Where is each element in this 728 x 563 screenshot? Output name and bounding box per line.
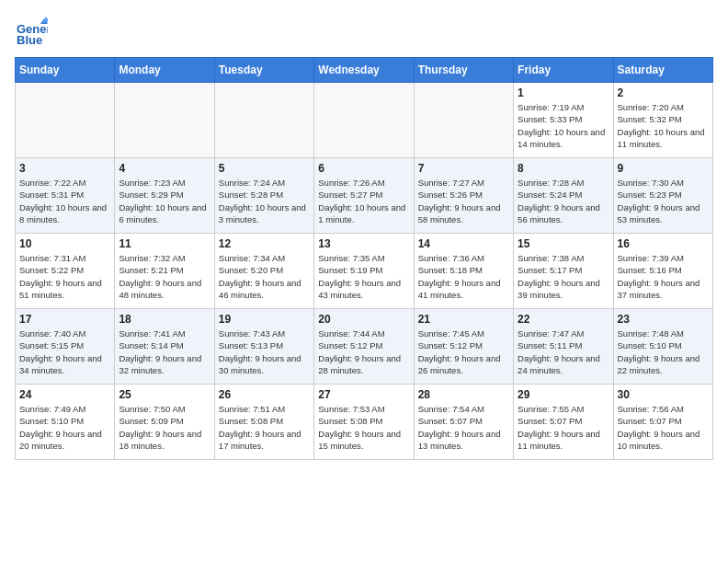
weekday-header-tuesday: Tuesday xyxy=(214,58,313,83)
day-number: 9 xyxy=(618,162,709,175)
calendar-cell: 29Sunrise: 7:55 AM Sunset: 5:07 PM Dayli… xyxy=(514,385,613,460)
day-number: 25 xyxy=(119,388,210,401)
calendar-cell: 17Sunrise: 7:40 AM Sunset: 5:15 PM Dayli… xyxy=(16,309,115,385)
day-info: Sunrise: 7:53 AM Sunset: 5:08 PM Dayligh… xyxy=(318,403,409,452)
calendar-body: 1Sunrise: 7:19 AM Sunset: 5:33 PM Daylig… xyxy=(16,83,713,460)
weekday-header-saturday: Saturday xyxy=(613,58,712,83)
day-info: Sunrise: 7:50 AM Sunset: 5:09 PM Dayligh… xyxy=(119,403,210,452)
calendar-week-row: 24Sunrise: 7:49 AM Sunset: 5:10 PM Dayli… xyxy=(16,385,713,460)
calendar-cell: 25Sunrise: 7:50 AM Sunset: 5:09 PM Dayli… xyxy=(115,385,214,460)
calendar-cell xyxy=(16,83,115,158)
calendar-cell: 11Sunrise: 7:32 AM Sunset: 5:21 PM Dayli… xyxy=(115,234,214,309)
day-info: Sunrise: 7:45 AM Sunset: 5:12 PM Dayligh… xyxy=(418,327,509,376)
day-info: Sunrise: 7:30 AM Sunset: 5:23 PM Dayligh… xyxy=(618,177,709,225)
calendar-header-row: SundayMondayTuesdayWednesdayThursdayFrid… xyxy=(16,58,713,83)
day-number: 30 xyxy=(618,388,709,401)
day-info: Sunrise: 7:54 AM Sunset: 5:07 PM Dayligh… xyxy=(418,403,509,452)
calendar-cell: 8Sunrise: 7:28 AM Sunset: 5:24 PM Daylig… xyxy=(514,158,613,234)
day-info: Sunrise: 7:20 AM Sunset: 5:32 PM Dayligh… xyxy=(618,101,709,150)
calendar-cell: 6Sunrise: 7:26 AM Sunset: 5:27 PM Daylig… xyxy=(314,158,414,234)
day-number: 17 xyxy=(19,313,110,326)
logo: General Blue xyxy=(15,15,51,48)
calendar-table: SundayMondayTuesdayWednesdayThursdayFrid… xyxy=(15,57,713,460)
day-info: Sunrise: 7:56 AM Sunset: 5:07 PM Dayligh… xyxy=(618,403,709,452)
calendar-cell: 21Sunrise: 7:45 AM Sunset: 5:12 PM Dayli… xyxy=(414,309,513,385)
weekday-header-monday: Monday xyxy=(115,58,214,83)
calendar-cell xyxy=(214,83,313,158)
calendar-cell: 12Sunrise: 7:34 AM Sunset: 5:20 PM Dayli… xyxy=(214,234,313,309)
calendar-cell xyxy=(115,83,214,158)
day-info: Sunrise: 7:31 AM Sunset: 5:22 PM Dayligh… xyxy=(19,252,110,301)
calendar-cell: 2Sunrise: 7:20 AM Sunset: 5:32 PM Daylig… xyxy=(613,83,712,158)
svg-text:Blue: Blue xyxy=(17,33,42,47)
calendar-cell: 13Sunrise: 7:35 AM Sunset: 5:19 PM Dayli… xyxy=(314,234,414,309)
calendar-week-row: 10Sunrise: 7:31 AM Sunset: 5:22 PM Dayli… xyxy=(16,234,713,309)
day-number: 16 xyxy=(618,237,709,250)
day-number: 15 xyxy=(518,237,609,250)
day-info: Sunrise: 7:55 AM Sunset: 5:07 PM Dayligh… xyxy=(518,403,609,452)
calendar-week-row: 1Sunrise: 7:19 AM Sunset: 5:33 PM Daylig… xyxy=(16,83,713,158)
day-number: 19 xyxy=(219,313,310,326)
day-info: Sunrise: 7:40 AM Sunset: 5:15 PM Dayligh… xyxy=(19,327,110,376)
day-info: Sunrise: 7:32 AM Sunset: 5:21 PM Dayligh… xyxy=(119,252,210,301)
calendar-cell xyxy=(314,83,414,158)
day-number: 2 xyxy=(618,86,709,99)
calendar-cell: 1Sunrise: 7:19 AM Sunset: 5:33 PM Daylig… xyxy=(514,83,613,158)
day-info: Sunrise: 7:39 AM Sunset: 5:16 PM Dayligh… xyxy=(618,252,709,301)
day-info: Sunrise: 7:28 AM Sunset: 5:24 PM Dayligh… xyxy=(518,177,609,225)
calendar-cell: 7Sunrise: 7:27 AM Sunset: 5:26 PM Daylig… xyxy=(414,158,513,234)
calendar-cell: 30Sunrise: 7:56 AM Sunset: 5:07 PM Dayli… xyxy=(613,385,712,460)
calendar-week-row: 17Sunrise: 7:40 AM Sunset: 5:15 PM Dayli… xyxy=(16,309,713,385)
day-number: 1 xyxy=(518,86,609,99)
day-info: Sunrise: 7:19 AM Sunset: 5:33 PM Dayligh… xyxy=(518,101,609,150)
day-info: Sunrise: 7:24 AM Sunset: 5:28 PM Dayligh… xyxy=(219,177,310,225)
calendar-cell: 20Sunrise: 7:44 AM Sunset: 5:12 PM Dayli… xyxy=(314,309,414,385)
day-number: 18 xyxy=(119,313,210,326)
day-info: Sunrise: 7:23 AM Sunset: 5:29 PM Dayligh… xyxy=(119,177,210,225)
day-info: Sunrise: 7:43 AM Sunset: 5:13 PM Dayligh… xyxy=(219,327,310,376)
day-info: Sunrise: 7:22 AM Sunset: 5:31 PM Dayligh… xyxy=(19,177,110,225)
calendar-cell: 4Sunrise: 7:23 AM Sunset: 5:29 PM Daylig… xyxy=(115,158,214,234)
weekday-header-friday: Friday xyxy=(514,58,613,83)
day-number: 6 xyxy=(318,162,409,175)
calendar-cell: 14Sunrise: 7:36 AM Sunset: 5:18 PM Dayli… xyxy=(414,234,513,309)
day-info: Sunrise: 7:48 AM Sunset: 5:10 PM Dayligh… xyxy=(618,327,709,376)
day-info: Sunrise: 7:35 AM Sunset: 5:19 PM Dayligh… xyxy=(318,252,409,301)
day-number: 29 xyxy=(518,388,609,401)
day-number: 3 xyxy=(19,162,110,175)
day-info: Sunrise: 7:38 AM Sunset: 5:17 PM Dayligh… xyxy=(518,252,609,301)
day-number: 8 xyxy=(518,162,609,175)
day-number: 27 xyxy=(318,388,409,401)
calendar-cell: 18Sunrise: 7:41 AM Sunset: 5:14 PM Dayli… xyxy=(115,309,214,385)
day-number: 24 xyxy=(19,388,110,401)
weekday-header-thursday: Thursday xyxy=(414,58,513,83)
calendar-week-row: 3Sunrise: 7:22 AM Sunset: 5:31 PM Daylig… xyxy=(16,158,713,234)
day-number: 28 xyxy=(418,388,509,401)
day-info: Sunrise: 7:27 AM Sunset: 5:26 PM Dayligh… xyxy=(418,177,509,225)
day-number: 10 xyxy=(19,237,110,250)
day-number: 13 xyxy=(318,237,409,250)
weekday-header-wednesday: Wednesday xyxy=(314,58,414,83)
calendar-cell: 24Sunrise: 7:49 AM Sunset: 5:10 PM Dayli… xyxy=(16,385,115,460)
day-number: 22 xyxy=(518,313,609,326)
day-info: Sunrise: 7:36 AM Sunset: 5:18 PM Dayligh… xyxy=(418,252,509,301)
calendar-cell: 23Sunrise: 7:48 AM Sunset: 5:10 PM Dayli… xyxy=(613,309,712,385)
calendar-cell: 28Sunrise: 7:54 AM Sunset: 5:07 PM Dayli… xyxy=(414,385,513,460)
calendar-cell: 22Sunrise: 7:47 AM Sunset: 5:11 PM Dayli… xyxy=(514,309,613,385)
calendar-cell: 16Sunrise: 7:39 AM Sunset: 5:16 PM Dayli… xyxy=(613,234,712,309)
day-info: Sunrise: 7:26 AM Sunset: 5:27 PM Dayligh… xyxy=(318,177,409,225)
day-number: 26 xyxy=(219,388,310,401)
day-info: Sunrise: 7:34 AM Sunset: 5:20 PM Dayligh… xyxy=(219,252,310,301)
calendar-cell xyxy=(414,83,513,158)
calendar-cell: 26Sunrise: 7:51 AM Sunset: 5:08 PM Dayli… xyxy=(214,385,313,460)
day-number: 23 xyxy=(618,313,709,326)
day-number: 14 xyxy=(418,237,509,250)
day-info: Sunrise: 7:44 AM Sunset: 5:12 PM Dayligh… xyxy=(318,327,409,376)
day-info: Sunrise: 7:47 AM Sunset: 5:11 PM Dayligh… xyxy=(518,327,609,376)
svg-marker-3 xyxy=(42,17,48,22)
calendar-cell: 3Sunrise: 7:22 AM Sunset: 5:31 PM Daylig… xyxy=(16,158,115,234)
weekday-header-sunday: Sunday xyxy=(16,58,115,83)
calendar-cell: 19Sunrise: 7:43 AM Sunset: 5:13 PM Dayli… xyxy=(214,309,313,385)
day-number: 5 xyxy=(219,162,310,175)
calendar-cell: 15Sunrise: 7:38 AM Sunset: 5:17 PM Dayli… xyxy=(514,234,613,309)
